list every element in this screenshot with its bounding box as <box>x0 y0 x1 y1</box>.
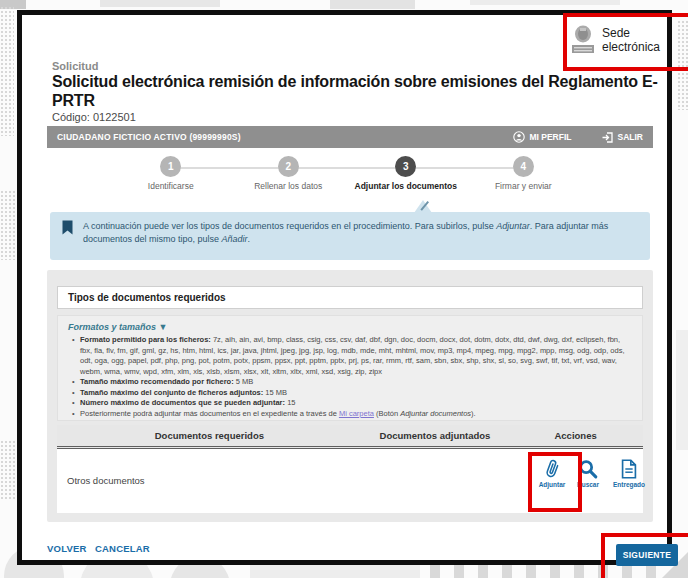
step-adjuntar-los-documentos[interactable]: 3 Adjuntar los documentos <box>347 156 465 200</box>
bullet-max-total-size: Tamaño máximo del conjunto de ficheros a… <box>72 388 632 399</box>
step-identificarse[interactable]: 1 Identificarse <box>112 156 230 200</box>
exit-icon <box>602 132 614 143</box>
formats-info-box: Formatos y tamaños ▼ Formato permitido p… <box>57 315 643 421</box>
formats-toggle[interactable]: Formatos y tamaños ▼ <box>68 322 632 332</box>
step-3-circle[interactable]: 3 <box>395 156 416 177</box>
logout-button[interactable]: SALIR <box>602 132 644 143</box>
header-documentos-requeridos: Documentos requeridos <box>57 430 362 441</box>
search-icon <box>577 458 599 480</box>
site-logo[interactable]: Sede electrónica <box>571 25 667 55</box>
procedure-code: Código: 0122501 <box>52 111 136 123</box>
coat-of-arms-icon <box>571 25 595 55</box>
step-1-circle[interactable]: 1 <box>160 156 181 177</box>
step-2-circle[interactable]: 2 <box>278 156 299 177</box>
buscar-button[interactable]: Buscar <box>570 458 606 488</box>
site-name: Sede electrónica <box>602 26 667 54</box>
page-title: Solicitud electrónica remisión de inform… <box>52 72 664 110</box>
row-actions: Adjuntar Buscar Entregado <box>534 458 652 488</box>
document-icon <box>618 458 640 480</box>
info-notice: A continuación puede ver los tipos de do… <box>50 212 650 260</box>
bullet-later-attach: Posteriormente podrá adjuntar más docume… <box>72 409 632 420</box>
documents-section-title: Tipos de documentos requeridos <box>57 286 643 309</box>
main-card: Sede electrónica Solicitud Solicitud ele… <box>17 10 672 565</box>
header-acciones: Acciones <box>508 430 643 441</box>
breadcrumb: Solicitud <box>52 60 98 72</box>
cancelar-link[interactable]: CANCELAR <box>95 543 150 554</box>
documents-table-header: Documentos requeridos Documentos adjunta… <box>57 425 643 449</box>
bookmark-icon <box>62 220 73 252</box>
user-name: CIUDADANO FICTICIO ACTIVO (99999990S) <box>57 132 513 142</box>
siguiente-button[interactable]: SIGUIENTE <box>616 544 678 566</box>
logout-label: SALIR <box>618 132 644 142</box>
entregado-button[interactable]: Entregado <box>606 458 652 488</box>
notice-text: A continuación puede ver los tipos de do… <box>83 220 638 252</box>
step-firmar-y-enviar[interactable]: 4 Firmar y enviar <box>465 156 583 200</box>
header-documentos-adjuntados: Documentos adjuntados <box>362 430 509 441</box>
formats-bullet-list: Formato permitido para los ficheros: 7z,… <box>68 335 632 419</box>
adjuntar-button[interactable]: Adjuntar <box>534 458 570 488</box>
bullet-max-doc-count: Número máximo de documentos que se puede… <box>72 398 632 409</box>
mi-carpeta-link[interactable]: Mi carpeta <box>339 409 374 418</box>
step-rellenar-los-datos[interactable]: 2 Rellenar los datos <box>230 156 348 200</box>
progress-steps: 1 Identificarse 2 Rellenar los datos 3 A… <box>112 156 582 200</box>
step-4-circle[interactable]: 4 <box>513 156 534 177</box>
table-row-otros-documentos: Otros documentos <box>67 475 145 486</box>
user-icon <box>513 131 525 143</box>
my-profile-button[interactable]: MI PERFIL <box>513 131 571 143</box>
volver-link[interactable]: VOLVER <box>47 543 87 554</box>
bullet-max-file-size: Tamaño máximo recomendado por fichero: 5… <box>72 377 632 388</box>
bullet-allowed-formats: Formato permitido para los ficheros: 7z,… <box>72 335 632 377</box>
my-profile-label: MI PERFIL <box>529 132 571 142</box>
user-bar: CIUDADANO FICTICIO ACTIVO (99999990S) MI… <box>47 126 653 148</box>
paperclip-icon <box>541 458 563 480</box>
